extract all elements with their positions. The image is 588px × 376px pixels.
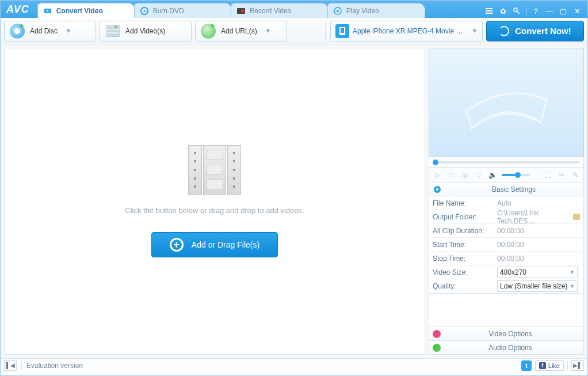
setting-key: Stop Time: [429, 255, 494, 263]
convert-now-button[interactable]: Convert Now! [486, 21, 584, 41]
tab-convert-video[interactable]: Convert Video [37, 3, 135, 18]
setting-row-stop-time: Stop Time: 00:00:00 [429, 252, 583, 265]
quality-select[interactable]: Low (Smaller file size)▼ [497, 280, 578, 292]
volume-icon[interactable]: 🔈 [488, 170, 497, 180]
basic-settings-table: File Name: Auto Output Folder: C:\Users\… [429, 196, 584, 294]
video-options-icon [433, 330, 441, 338]
section-title: Basic Settings [448, 185, 580, 193]
audio-options-header[interactable]: Audio Options [429, 341, 584, 355]
main-area: Click the button below or drag and drop … [1, 44, 587, 358]
settings-spacer [429, 294, 584, 327]
setting-key: All Clip Duration: [429, 227, 494, 235]
filmstrip-illustration [188, 145, 241, 195]
add-videos-button[interactable]: + Add Video(s) [100, 21, 192, 41]
twitter-button[interactable]: t [521, 360, 532, 371]
disc-icon [140, 7, 148, 15]
setting-key: Video Size: [429, 268, 494, 276]
separator [325, 22, 326, 40]
next-page-button[interactable]: ▶▌ [571, 360, 584, 371]
seek-thumb[interactable] [433, 159, 438, 165]
svg-point-4 [241, 9, 245, 13]
drop-zone[interactable]: Click the button below or drag and drop … [4, 48, 425, 355]
crop-icon[interactable]: ⛶ [543, 170, 552, 180]
help-icon[interactable]: ? [531, 6, 540, 16]
tab-label: Burn DVD [153, 7, 184, 15]
setting-value[interactable]: C:\Users\Link Tech.DES… [494, 209, 583, 225]
preset-label: Apple iPhone XR MPEG-4 Movie (*.m… [353, 27, 465, 35]
globe-plus-icon: + [200, 23, 216, 39]
player-controls: ▷ □ ◎ ♡ 🔈 ⛶ ✂ ✎ [429, 168, 584, 183]
setting-row-file-name: File Name: Auto [429, 196, 583, 210]
tab-label: Play Video [346, 7, 379, 15]
menu-icon[interactable] [484, 6, 494, 16]
setting-value: 00:00:00 [494, 227, 583, 235]
right-panel: ▷ □ ◎ ♡ 🔈 ⛶ ✂ ✎ Basic Settings File Name… [429, 48, 584, 355]
button-label: Add Video(s) [125, 27, 165, 35]
play-icon[interactable]: ▷ [433, 170, 442, 180]
cut-icon[interactable]: ✂ [557, 170, 566, 180]
plus-circle-icon: + [170, 238, 184, 252]
add-disc-button[interactable]: + Add Disc ▼ [4, 21, 96, 41]
maximize-icon[interactable]: ▢ [559, 6, 568, 16]
button-label: Add URL(s) [221, 27, 257, 35]
drop-hint: Click the button below or drag and drop … [125, 206, 304, 215]
chevron-down-icon: ▼ [570, 283, 575, 289]
setting-key: Quality: [429, 282, 494, 290]
svg-rect-6 [486, 8, 492, 9]
add-urls-button[interactable]: + Add URL(s) ▼ [195, 21, 287, 41]
button-label: Add or Drag File(s) [192, 240, 259, 249]
play-icon [334, 7, 342, 15]
effects-icon[interactable]: ✎ [571, 170, 580, 180]
tab-burn-dvd[interactable]: Burn DVD [134, 3, 232, 18]
minimize-icon[interactable]: — [545, 6, 554, 16]
setting-row-start-time: Start Time: 00:00:00 [429, 238, 583, 252]
snapshot-icon[interactable]: ◎ [460, 170, 469, 180]
folder-icon[interactable] [573, 214, 580, 220]
close-icon[interactable]: ✕ [572, 6, 582, 16]
chevron-down-icon: ▼ [62, 28, 71, 34]
refresh-icon [499, 26, 509, 36]
tab-strip: Convert Video Burn DVD Record Video Play… [37, 1, 481, 18]
add-or-drag-files-button[interactable]: + Add or Drag File(s) [151, 232, 278, 257]
volume-slider[interactable] [502, 174, 530, 176]
setting-key: Start Time: [429, 241, 494, 249]
tab-play-video[interactable]: Play Video [327, 3, 425, 18]
facebook-like-button[interactable]: fLike [535, 360, 564, 371]
heart-icon[interactable]: ♡ [474, 170, 483, 180]
seek-bar[interactable] [429, 157, 584, 168]
video-size-select[interactable]: 480x270▼ [497, 267, 578, 278]
prev-page-button[interactable]: ▌◀ [4, 360, 17, 371]
divider [21, 361, 22, 370]
setting-value[interactable]: 00:00:00 [494, 255, 583, 263]
setting-row-clip-duration: All Clip Duration: 00:00:00 [429, 224, 583, 238]
section-title: Audio Options [441, 344, 580, 352]
record-icon [237, 7, 245, 15]
title-bar: AVC Convert Video Burn DVD Record Video … [1, 1, 587, 18]
tab-record-video[interactable]: Record Video [231, 3, 329, 18]
disc-plus-icon: + [9, 23, 25, 39]
status-text: Evaluation version [26, 362, 83, 370]
audio-options-icon [433, 344, 441, 352]
setting-value[interactable]: Auto [494, 199, 583, 207]
preview-panel [429, 48, 584, 157]
setting-key: File Name: [429, 199, 494, 207]
setting-row-video-size: Video Size: 480x270▼ [429, 265, 583, 279]
divider [526, 6, 526, 16]
setting-key: Output Folder: [429, 213, 494, 221]
app-logo: AVC [1, 3, 37, 18]
toolbar: + Add Disc ▼ + Add Video(s) + Add URL(s)… [1, 18, 587, 44]
key-icon[interactable] [512, 6, 521, 16]
output-preset-dropdown[interactable]: Apple iPhone XR MPEG-4 Movie (*.m… ▼ [330, 21, 483, 41]
svg-rect-7 [486, 10, 492, 12]
tab-label: Record Video [250, 7, 292, 15]
stop-icon[interactable]: □ [446, 170, 456, 180]
setting-value[interactable]: 00:00:00 [494, 241, 583, 249]
film-watermark-icon [455, 71, 558, 134]
settings-icon [433, 185, 442, 194]
svg-line-10 [517, 11, 520, 14]
svg-rect-8 [486, 13, 492, 14]
gear-icon[interactable]: ✿ [498, 6, 507, 16]
section-title: Video Options [441, 330, 580, 338]
basic-settings-header[interactable]: Basic Settings [429, 183, 584, 196]
video-options-header[interactable]: Video Options [429, 327, 584, 341]
